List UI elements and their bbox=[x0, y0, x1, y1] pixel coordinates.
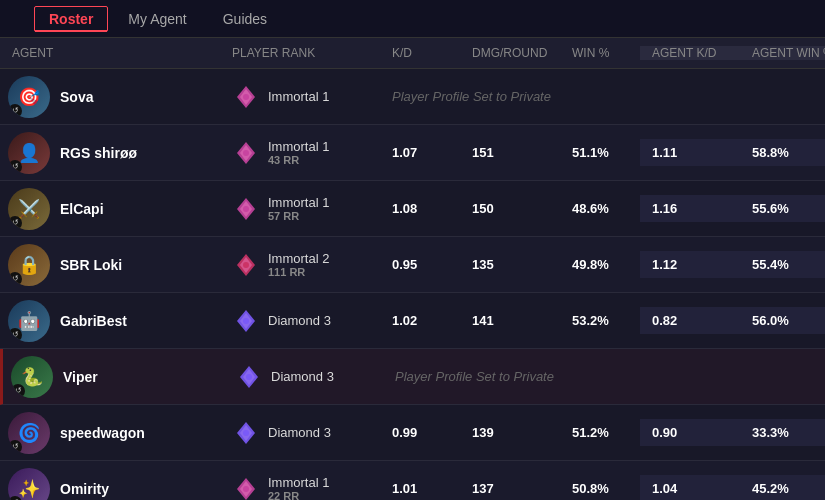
cell-win: 51.1% bbox=[560, 139, 640, 166]
agent-avatar: 🤖 ↺ bbox=[8, 300, 50, 342]
rank-cell: Immortal 1 bbox=[220, 77, 380, 117]
svg-point-2 bbox=[243, 94, 249, 100]
cell-kd: 1.01 bbox=[380, 475, 460, 500]
rank-name: Immortal 1 bbox=[268, 139, 329, 154]
tab-my-agent[interactable]: My Agent bbox=[112, 5, 202, 33]
col-dmg: Dmg/Round bbox=[460, 46, 560, 60]
tab-roster[interactable]: Roster bbox=[34, 6, 108, 32]
cell-kd: 0.99 bbox=[380, 419, 460, 446]
cell-win: 53.2% bbox=[560, 307, 640, 334]
rank-name: Immortal 2 bbox=[268, 251, 329, 266]
rank-icon bbox=[232, 251, 260, 279]
rank-text: Immortal 1 bbox=[268, 89, 329, 104]
svg-point-8 bbox=[243, 206, 249, 212]
table-row[interactable]: 🌀 ↺speedwagon Diamond 30.9913951.2%0.903… bbox=[0, 405, 825, 461]
cell-agent_kd: 0.82 bbox=[640, 307, 740, 334]
cell-agent_win: 55.6% bbox=[740, 195, 825, 222]
cell-dmg: 139 bbox=[460, 419, 560, 446]
agent-name: speedwagon bbox=[60, 425, 145, 441]
agent-avatar: ✨ ↺ bbox=[8, 468, 50, 501]
col-agent-kd: Agent K/D bbox=[640, 46, 740, 60]
rank-cell: Immortal 143 RR bbox=[220, 133, 380, 173]
cell-agent_kd: 1.04 bbox=[640, 475, 740, 500]
rank-name: Diamond 3 bbox=[271, 369, 334, 384]
rank-icon bbox=[232, 195, 260, 223]
cell-win: 51.2% bbox=[560, 419, 640, 446]
cell-win: 48.6% bbox=[560, 195, 640, 222]
cell-kd: 0.95 bbox=[380, 251, 460, 278]
table-row[interactable]: 👤 ↺RGS shirøø Immortal 143 RR1.0715151.1… bbox=[0, 125, 825, 181]
cell-agent_win: 58.8% bbox=[740, 139, 825, 166]
tab-guides[interactable]: Guides bbox=[207, 5, 283, 33]
rank-text: Immortal 157 RR bbox=[268, 195, 329, 222]
switch-view-button[interactable] bbox=[10, 13, 30, 25]
cell-kd: 1.08 bbox=[380, 195, 460, 222]
rank-name: Diamond 3 bbox=[268, 425, 331, 440]
agent-avatar: 🎯 ↺ bbox=[8, 76, 50, 118]
top-navigation: Roster My Agent Guides bbox=[0, 0, 825, 38]
table-row[interactable]: 🐍 ↺Viper Diamond 3Player Profile Set to … bbox=[0, 349, 825, 405]
agent-avatar: 🌀 ↺ bbox=[8, 412, 50, 454]
cell-dmg: 137 bbox=[460, 475, 560, 500]
cell-agent_win: 33.3% bbox=[740, 419, 825, 446]
table-header-row: Agent Player Rank K/D Dmg/Round Win % Ag… bbox=[0, 38, 825, 69]
rank-rr: 43 RR bbox=[268, 154, 329, 166]
table-row[interactable]: ✨ ↺Omirity Immortal 122 RR1.0113750.8%1.… bbox=[0, 461, 825, 500]
agent-name: RGS shirøø bbox=[60, 145, 137, 161]
cell-dmg: 135 bbox=[460, 251, 560, 278]
col-agent-win: Agent Win % bbox=[740, 46, 825, 60]
agent-cell: 🔒 ↺SBR Loki bbox=[0, 238, 220, 292]
rank-icon bbox=[232, 139, 260, 167]
col-kd: K/D bbox=[380, 46, 460, 60]
rank-cell: Diamond 3 bbox=[220, 301, 380, 341]
rank-icon bbox=[232, 83, 260, 111]
rank-rr: 57 RR bbox=[268, 210, 329, 222]
rank-text: Diamond 3 bbox=[268, 313, 331, 328]
rank-icon bbox=[232, 475, 260, 501]
agent-avatar: 🔒 ↺ bbox=[8, 244, 50, 286]
rank-text: Diamond 3 bbox=[271, 369, 334, 384]
agent-cell: 🎯 ↺Sova bbox=[0, 70, 220, 124]
svg-point-14 bbox=[243, 318, 249, 324]
rank-text: Immortal 2111 RR bbox=[268, 251, 329, 278]
cell-agent_kd: 0.90 bbox=[640, 419, 740, 446]
table-body: 🎯 ↺Sova Immortal 1Player Profile Set to … bbox=[0, 69, 825, 500]
cell-agent_kd: 1.12 bbox=[640, 251, 740, 278]
private-profile-text: Player Profile Set to Private bbox=[380, 89, 825, 104]
agent-name: SBR Loki bbox=[60, 257, 122, 273]
rank-cell: Immortal 122 RR bbox=[220, 469, 380, 501]
rank-cell: Diamond 3 bbox=[223, 357, 383, 397]
rank-rr: 111 RR bbox=[268, 266, 329, 278]
cell-dmg: 141 bbox=[460, 307, 560, 334]
cell-agent_kd: 1.11 bbox=[640, 139, 740, 166]
table-row[interactable]: 🤖 ↺GabriBest Diamond 31.0214153.2%0.8256… bbox=[0, 293, 825, 349]
rank-name: Diamond 3 bbox=[268, 313, 331, 328]
svg-point-11 bbox=[243, 262, 249, 268]
cell-win: 49.8% bbox=[560, 251, 640, 278]
cell-kd: 1.02 bbox=[380, 307, 460, 334]
rank-text: Immortal 122 RR bbox=[268, 475, 329, 500]
agent-cell: 🐍 ↺Viper bbox=[3, 350, 223, 404]
svg-point-17 bbox=[246, 374, 252, 380]
agent-cell: 🌀 ↺speedwagon bbox=[0, 406, 220, 460]
rank-name: Immortal 1 bbox=[268, 89, 329, 104]
agent-avatar: 🐍 ↺ bbox=[11, 356, 53, 398]
cell-win: 50.8% bbox=[560, 475, 640, 500]
svg-point-20 bbox=[243, 430, 249, 436]
col-agent: Agent bbox=[0, 46, 220, 60]
svg-point-5 bbox=[243, 150, 249, 156]
svg-point-23 bbox=[243, 486, 249, 492]
table-row[interactable]: ⚔️ ↺ElCapi Immortal 157 RR1.0815048.6%1.… bbox=[0, 181, 825, 237]
table-row[interactable]: 🔒 ↺SBR Loki Immortal 2111 RR0.9513549.8%… bbox=[0, 237, 825, 293]
table-row[interactable]: 🎯 ↺Sova Immortal 1Player Profile Set to … bbox=[0, 69, 825, 125]
agent-name: ElCapi bbox=[60, 201, 104, 217]
rank-text: Diamond 3 bbox=[268, 425, 331, 440]
agent-avatar: 👤 ↺ bbox=[8, 132, 50, 174]
rank-cell: Immortal 157 RR bbox=[220, 189, 380, 229]
col-rank: Player Rank bbox=[220, 46, 380, 60]
rank-icon bbox=[235, 363, 263, 391]
rank-cell: Immortal 2111 RR bbox=[220, 245, 380, 285]
col-win: Win % bbox=[560, 46, 640, 60]
roster-table: Agent Player Rank K/D Dmg/Round Win % Ag… bbox=[0, 38, 825, 500]
agent-avatar: ⚔️ ↺ bbox=[8, 188, 50, 230]
